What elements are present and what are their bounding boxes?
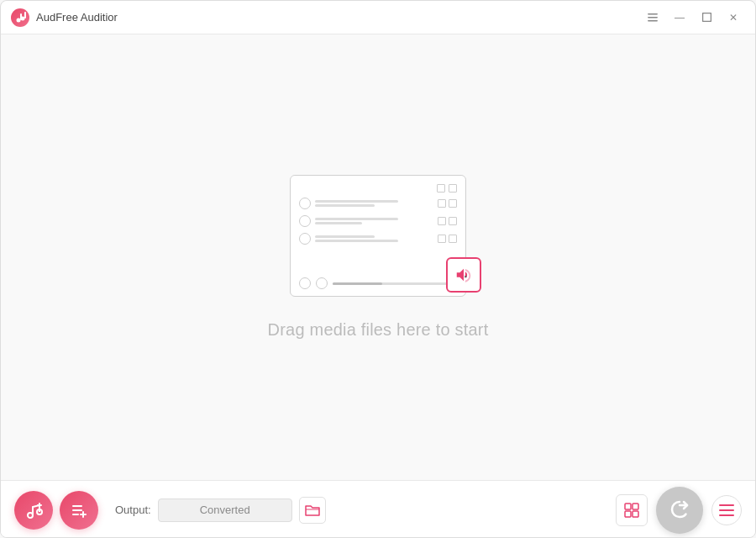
- minimize-button[interactable]: —: [668, 8, 691, 28]
- illus-checkbox-2: [449, 184, 457, 193]
- app-logo: [11, 8, 29, 27]
- svg-rect-7: [702, 13, 711, 22]
- drag-drop-text: Drag media files here to start: [268, 320, 489, 340]
- svg-rect-12: [72, 514, 79, 515]
- svg-rect-18: [719, 504, 734, 506]
- add-list-button[interactable]: [60, 491, 98, 530]
- illus-bars-1: [315, 200, 433, 207]
- folder-icon: [305, 504, 320, 517]
- svg-rect-4: [648, 13, 658, 15]
- browse-folder-button[interactable]: [299, 497, 326, 524]
- svg-rect-15: [625, 511, 631, 517]
- convert-icon: [668, 498, 691, 522]
- illus-play-circle-1: [299, 277, 311, 289]
- illus-bars-2: [315, 218, 433, 224]
- toolbar-right: [616, 487, 742, 534]
- output-path-input[interactable]: [158, 498, 292, 522]
- illus-progress-bar: [333, 282, 457, 285]
- svg-rect-19: [719, 509, 734, 511]
- illustration: [290, 175, 466, 297]
- svg-rect-20: [719, 514, 734, 516]
- list-plus-icon: [70, 501, 88, 520]
- output-label: Output:: [115, 504, 151, 516]
- illus-row-3: [299, 233, 457, 245]
- window-controls: — ✕: [641, 8, 745, 28]
- svg-point-0: [17, 18, 21, 22]
- illus-play-circle-2: [316, 277, 328, 289]
- svg-rect-6: [648, 20, 658, 22]
- illus-circle-2: [299, 215, 311, 227]
- sound-overlay: [446, 257, 481, 293]
- illus-checkbox-1: [437, 184, 445, 193]
- format-icon: [623, 502, 640, 519]
- title-bar-left: AudFree Auditior: [11, 8, 118, 27]
- convert-button[interactable]: [656, 487, 703, 534]
- illus-circle-1: [299, 198, 311, 209]
- title-bar: AudFree Auditior — ✕: [1, 1, 755, 34]
- illus-row-1: [299, 198, 457, 209]
- svg-rect-2: [20, 13, 22, 20]
- illus-playbar: [299, 277, 457, 289]
- maximize-button[interactable]: [695, 8, 718, 28]
- app-title: AudFree Auditior: [36, 11, 118, 24]
- main-content: Drag media files here to start: [1, 34, 755, 480]
- svg-rect-16: [633, 511, 638, 517]
- music-plus-icon: [24, 501, 43, 520]
- illus-header: [299, 184, 457, 193]
- svg-rect-11: [72, 509, 82, 511]
- svg-rect-13: [625, 504, 631, 509]
- illus-bars-3: [315, 235, 433, 242]
- illustration-box: [290, 175, 466, 297]
- sound-icon: [454, 266, 473, 284]
- illus-row-2: [299, 215, 457, 227]
- svg-rect-14: [633, 504, 638, 509]
- menu-button[interactable]: [641, 8, 664, 28]
- bottom-toolbar: Output:: [1, 480, 755, 538]
- close-button[interactable]: ✕: [722, 8, 745, 28]
- add-music-button[interactable]: [14, 491, 53, 530]
- svg-rect-3: [24, 12, 26, 18]
- overflow-menu-button[interactable]: [711, 495, 742, 525]
- svg-rect-5: [648, 17, 658, 18]
- illus-progress-fill: [333, 282, 382, 285]
- format-settings-button[interactable]: [616, 494, 648, 526]
- hamburger-icon: [719, 504, 734, 517]
- svg-rect-10: [72, 505, 82, 507]
- output-section: Output:: [115, 497, 609, 524]
- illus-circle-3: [299, 233, 311, 245]
